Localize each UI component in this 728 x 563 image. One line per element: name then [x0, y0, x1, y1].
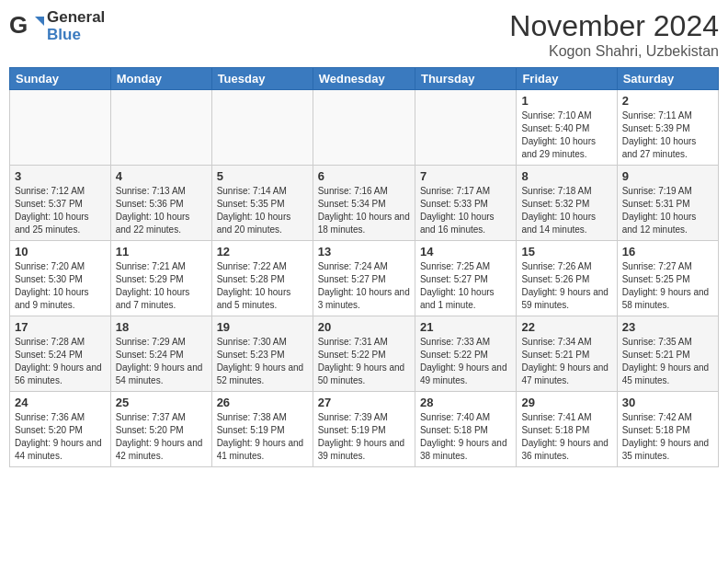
location: Kogon Shahri, Uzbekistan	[509, 43, 719, 60]
calendar-day: 20Sunrise: 7:31 AM Sunset: 5:22 PM Dayli…	[313, 316, 415, 392]
col-sunday: Sunday	[10, 68, 111, 90]
calendar-day: 17Sunrise: 7:28 AM Sunset: 5:24 PM Dayli…	[10, 316, 111, 392]
day-number: 12	[217, 245, 308, 259]
day-number: 17	[15, 320, 106, 334]
calendar-day: 9Sunrise: 7:19 AM Sunset: 5:31 PM Daylig…	[617, 166, 718, 241]
calendar-day: 29Sunrise: 7:41 AM Sunset: 5:18 PM Dayli…	[517, 392, 617, 467]
col-tuesday: Tuesday	[211, 68, 313, 90]
day-info: Sunrise: 7:24 AM Sunset: 5:27 PM Dayligh…	[318, 260, 410, 312]
calendar-day	[313, 90, 415, 166]
day-number: 29	[521, 396, 611, 409]
calendar-day: 16Sunrise: 7:27 AM Sunset: 5:25 PM Dayli…	[617, 241, 718, 316]
calendar-day: 14Sunrise: 7:25 AM Sunset: 5:27 PM Dayli…	[415, 241, 516, 316]
day-info: Sunrise: 7:16 AM Sunset: 5:34 PM Dayligh…	[318, 185, 410, 236]
calendar-day	[415, 90, 516, 166]
calendar-day: 15Sunrise: 7:26 AM Sunset: 5:26 PM Dayli…	[517, 241, 617, 316]
calendar-day: 7Sunrise: 7:17 AM Sunset: 5:33 PM Daylig…	[415, 166, 516, 241]
calendar-week-1: 3Sunrise: 7:12 AM Sunset: 5:37 PM Daylig…	[10, 166, 719, 241]
day-info: Sunrise: 7:28 AM Sunset: 5:24 PM Dayligh…	[15, 336, 106, 387]
calendar-day: 27Sunrise: 7:39 AM Sunset: 5:19 PM Dayli…	[313, 392, 415, 467]
calendar-day	[110, 90, 211, 166]
day-number: 9	[622, 169, 713, 183]
title-block: November 2024 Kogon Shahri, Uzbekistan	[509, 9, 719, 60]
calendar-day: 11Sunrise: 7:21 AM Sunset: 5:29 PM Dayli…	[110, 241, 211, 316]
day-number: 30	[622, 396, 713, 409]
day-info: Sunrise: 7:21 AM Sunset: 5:29 PM Dayligh…	[116, 260, 207, 312]
calendar-header-row: Sunday Monday Tuesday Wednesday Thursday…	[10, 68, 719, 90]
col-saturday: Saturday	[617, 68, 718, 90]
day-number: 20	[318, 320, 410, 334]
svg-marker-1	[35, 17, 44, 26]
day-number: 10	[15, 245, 106, 259]
day-info: Sunrise: 7:35 AM Sunset: 5:21 PM Dayligh…	[622, 336, 713, 387]
calendar-day: 6Sunrise: 7:16 AM Sunset: 5:34 PM Daylig…	[313, 166, 415, 241]
svg-text:G: G	[9, 11, 28, 39]
day-info: Sunrise: 7:38 AM Sunset: 5:19 PM Dayligh…	[217, 411, 308, 463]
calendar-day: 4Sunrise: 7:13 AM Sunset: 5:36 PM Daylig…	[110, 166, 211, 241]
day-info: Sunrise: 7:29 AM Sunset: 5:24 PM Dayligh…	[116, 336, 207, 387]
calendar-table: Sunday Monday Tuesday Wednesday Thursday…	[9, 67, 719, 467]
day-number: 5	[217, 169, 308, 183]
calendar-day	[211, 90, 313, 166]
day-info: Sunrise: 7:20 AM Sunset: 5:30 PM Dayligh…	[15, 260, 106, 312]
logo: G General Blue	[9, 9, 105, 44]
day-number: 18	[116, 320, 207, 334]
day-info: Sunrise: 7:17 AM Sunset: 5:33 PM Dayligh…	[420, 185, 511, 236]
calendar-day: 1Sunrise: 7:10 AM Sunset: 5:40 PM Daylig…	[517, 90, 617, 166]
logo-blue: Blue	[47, 27, 105, 44]
day-info: Sunrise: 7:37 AM Sunset: 5:20 PM Dayligh…	[116, 411, 207, 463]
day-number: 26	[217, 396, 308, 409]
day-info: Sunrise: 7:14 AM Sunset: 5:35 PM Dayligh…	[217, 185, 308, 236]
day-info: Sunrise: 7:27 AM Sunset: 5:25 PM Dayligh…	[622, 260, 713, 312]
calendar-day: 23Sunrise: 7:35 AM Sunset: 5:21 PM Dayli…	[617, 316, 718, 392]
logo-icon: G	[9, 9, 44, 44]
day-number: 23	[622, 320, 713, 334]
calendar-day: 19Sunrise: 7:30 AM Sunset: 5:23 PM Dayli…	[211, 316, 313, 392]
page: G General Blue November 2024 Kogon Shahr…	[0, 0, 728, 563]
day-number: 21	[420, 320, 511, 334]
calendar-week-0: 1Sunrise: 7:10 AM Sunset: 5:40 PM Daylig…	[10, 90, 719, 166]
header: G General Blue November 2024 Kogon Shahr…	[9, 9, 719, 60]
calendar-week-4: 24Sunrise: 7:36 AM Sunset: 5:20 PM Dayli…	[10, 392, 719, 467]
calendar-day	[10, 90, 111, 166]
day-info: Sunrise: 7:26 AM Sunset: 5:26 PM Dayligh…	[521, 260, 611, 312]
day-info: Sunrise: 7:13 AM Sunset: 5:36 PM Dayligh…	[116, 185, 207, 236]
calendar-day: 25Sunrise: 7:37 AM Sunset: 5:20 PM Dayli…	[110, 392, 211, 467]
calendar-day: 10Sunrise: 7:20 AM Sunset: 5:30 PM Dayli…	[10, 241, 111, 316]
day-info: Sunrise: 7:40 AM Sunset: 5:18 PM Dayligh…	[420, 411, 511, 463]
day-number: 24	[15, 396, 106, 409]
day-number: 16	[622, 245, 713, 259]
calendar-day: 3Sunrise: 7:12 AM Sunset: 5:37 PM Daylig…	[10, 166, 111, 241]
day-number: 7	[420, 169, 511, 183]
calendar-week-2: 10Sunrise: 7:20 AM Sunset: 5:30 PM Dayli…	[10, 241, 719, 316]
day-number: 11	[116, 245, 207, 259]
day-number: 4	[116, 169, 207, 183]
day-info: Sunrise: 7:36 AM Sunset: 5:20 PM Dayligh…	[15, 411, 106, 463]
calendar-day: 2Sunrise: 7:11 AM Sunset: 5:39 PM Daylig…	[617, 90, 718, 166]
day-number: 6	[318, 169, 410, 183]
calendar-week-3: 17Sunrise: 7:28 AM Sunset: 5:24 PM Dayli…	[10, 316, 719, 392]
day-info: Sunrise: 7:22 AM Sunset: 5:28 PM Dayligh…	[217, 260, 308, 312]
day-info: Sunrise: 7:10 AM Sunset: 5:40 PM Dayligh…	[521, 109, 611, 161]
day-info: Sunrise: 7:18 AM Sunset: 5:32 PM Dayligh…	[521, 185, 611, 236]
calendar-day: 21Sunrise: 7:33 AM Sunset: 5:22 PM Dayli…	[415, 316, 516, 392]
day-number: 25	[116, 396, 207, 409]
day-info: Sunrise: 7:31 AM Sunset: 5:22 PM Dayligh…	[318, 336, 410, 387]
logo-general: General	[47, 9, 105, 27]
day-info: Sunrise: 7:33 AM Sunset: 5:22 PM Dayligh…	[420, 336, 511, 387]
day-number: 28	[420, 396, 511, 409]
day-info: Sunrise: 7:19 AM Sunset: 5:31 PM Dayligh…	[622, 185, 713, 236]
calendar-day: 30Sunrise: 7:42 AM Sunset: 5:18 PM Dayli…	[617, 392, 718, 467]
day-info: Sunrise: 7:42 AM Sunset: 5:18 PM Dayligh…	[622, 411, 713, 463]
day-info: Sunrise: 7:41 AM Sunset: 5:18 PM Dayligh…	[521, 411, 611, 463]
day-info: Sunrise: 7:30 AM Sunset: 5:23 PM Dayligh…	[217, 336, 308, 387]
day-number: 19	[217, 320, 308, 334]
day-number: 27	[318, 396, 410, 409]
calendar-day: 26Sunrise: 7:38 AM Sunset: 5:19 PM Dayli…	[211, 392, 313, 467]
col-thursday: Thursday	[415, 68, 516, 90]
month-title: November 2024	[509, 9, 719, 43]
calendar-day: 12Sunrise: 7:22 AM Sunset: 5:28 PM Dayli…	[211, 241, 313, 316]
day-number: 22	[521, 320, 611, 334]
calendar-day: 28Sunrise: 7:40 AM Sunset: 5:18 PM Dayli…	[415, 392, 516, 467]
calendar-day: 22Sunrise: 7:34 AM Sunset: 5:21 PM Dayli…	[517, 316, 617, 392]
